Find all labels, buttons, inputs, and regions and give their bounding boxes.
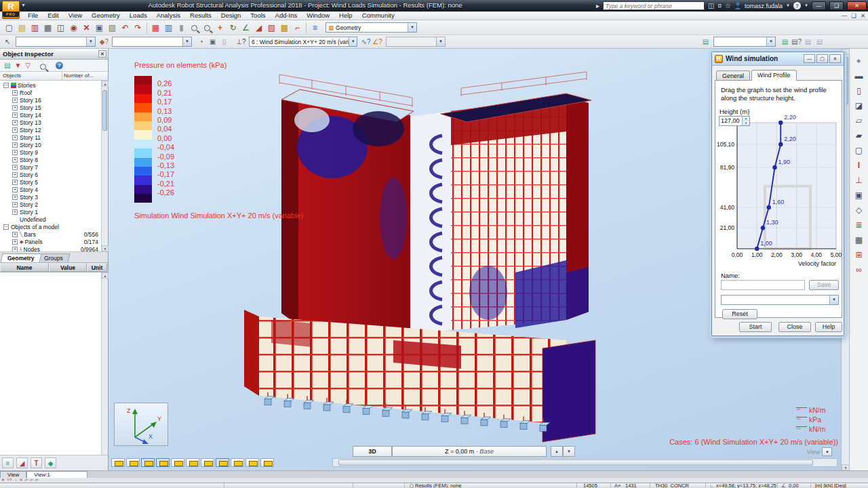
select-pointer-icon[interactable]: ↖ <box>2 37 14 47</box>
help-icon[interactable]: ? <box>793 2 801 9</box>
pan-icon[interactable]: + <box>214 22 226 34</box>
menu-analysis[interactable]: Analysis <box>152 12 185 20</box>
grid-scrollbar[interactable]: ▲ <box>101 272 108 455</box>
menu-edit[interactable]: Edit <box>43 12 63 20</box>
building-help-icon[interactable]: ▤? <box>791 37 802 47</box>
expand-icon[interactable]: + <box>12 247 18 252</box>
tree-item-bars[interactable]: +╲Bars0/556 <box>0 230 101 238</box>
grid-points-icon[interactable]: ⁘ <box>14 478 17 483</box>
tree-item-story-15[interactable]: +Story 15 <box>0 104 101 111</box>
tree-item-story-7[interactable]: +Story 7 <box>0 163 101 171</box>
menu-loads[interactable]: Loads <box>125 12 152 20</box>
height-spinner[interactable]: 127,00 ▲▼ <box>719 116 750 126</box>
combo-dropdown-icon[interactable]: ▼ <box>86 37 95 46</box>
dialog-minimize-icon[interactable]: — <box>804 54 815 63</box>
profile-point[interactable] <box>767 205 771 209</box>
tab-general[interactable]: General <box>716 70 750 81</box>
wind-simulation-dialog[interactable]: R Wind simulation — ▢ ✕ General Wind Pro… <box>711 52 844 336</box>
wind-profile-chart[interactable]: 1,001,301,601,902,202,2021,0041,6081,901… <box>717 112 843 269</box>
calculator-icon[interactable]: ▦ <box>149 22 162 34</box>
profile-point[interactable] <box>778 121 783 125</box>
new-project-icon[interactable]: ▢ <box>3 22 16 34</box>
profile-point[interactable] <box>755 247 759 251</box>
tree-item-story-4[interactable]: +Story 4 <box>0 186 101 193</box>
snap-parallel-icon[interactable] <box>245 458 259 467</box>
level-down-icon[interactable]: ▼ <box>563 446 575 457</box>
render-colors-icon[interactable]: ▩ <box>278 22 291 34</box>
wind-profile-chart-container[interactable]: 1,001,301,601,902,202,2021,0041,6081,901… <box>717 112 843 270</box>
tree-scrollbar[interactable]: ▲ ▼ <box>101 81 108 251</box>
menu-file[interactable]: File <box>23 12 43 20</box>
snap-intersection-icon[interactable] <box>171 458 184 467</box>
print-preview-icon[interactable]: ◫ <box>54 22 67 34</box>
menu-addins[interactable]: Add-Ins <box>271 12 302 20</box>
expand-icon[interactable]: + <box>12 239 18 245</box>
print-icon[interactable]: ▦ <box>41 22 54 34</box>
menu-tools[interactable]: Tools <box>245 12 270 20</box>
redo-icon[interactable]: ↷ <box>132 22 144 34</box>
rotate-3d-icon[interactable]: ↻ <box>226 22 239 34</box>
wind-profile-icon[interactable]: ∿? <box>360 37 372 47</box>
unit-column-header[interactable]: Unit <box>87 263 107 272</box>
reset-button[interactable]: Reset <box>722 309 757 319</box>
case-help-icon[interactable]: ⊥? <box>235 37 247 47</box>
tree-item-story-14[interactable]: +Story 14 <box>0 111 101 119</box>
profile-point[interactable] <box>761 226 765 230</box>
combo-dropdown-icon[interactable]: ▼ <box>766 37 775 46</box>
division-icon[interactable]: ⊞ <box>852 247 867 262</box>
units-display[interactable]: [m] [kN] [Deg] <box>815 483 846 488</box>
snap-extension-icon[interactable] <box>231 458 244 467</box>
expand-icon[interactable]: + <box>12 195 18 200</box>
save-icon[interactable]: ▥ <box>28 22 41 34</box>
open-project-icon[interactable]: ▤ <box>16 22 28 34</box>
offset-icon[interactable]: ▣ <box>852 188 867 202</box>
mesh-icon[interactable]: ▦ <box>852 232 867 247</box>
edit-selection-icon[interactable]: ◆? <box>98 37 110 47</box>
flag-display-icon[interactable]: ◢ <box>16 458 28 468</box>
structure-tree-icon[interactable]: ≡ <box>2 458 14 468</box>
height-value[interactable]: 127,00 <box>719 117 742 125</box>
menu-design[interactable]: Design <box>216 12 246 20</box>
expand-icon[interactable]: + <box>12 232 18 237</box>
layers-icon[interactable]: ◆ <box>45 458 56 468</box>
menu-view[interactable]: View <box>64 12 87 20</box>
axis-definition-icon[interactable]: ⌖ <box>852 54 867 68</box>
delete-icon[interactable]: ✕ <box>80 22 93 34</box>
restore-button[interactable]: ❏ <box>829 1 844 10</box>
name-column-header[interactable]: Name <box>0 263 49 272</box>
building-display-icon[interactable]: ▤ <box>779 37 791 47</box>
search-input[interactable] <box>603 1 705 10</box>
tree-item-roof[interactable]: +Roof <box>0 89 101 96</box>
scrollbar-thumb[interactable] <box>102 90 107 131</box>
level-up-icon[interactable]: ▲ <box>551 446 563 457</box>
tree-item-story-16[interactable]: +Story 16 <box>0 96 101 104</box>
tab-wind-profile[interactable]: Wind Profile <box>751 70 797 81</box>
tab-groups[interactable]: Groups <box>37 253 70 262</box>
layout-manager-icon[interactable]: ≡ <box>309 22 321 34</box>
dialog-maximize-icon[interactable]: ▢ <box>816 54 828 63</box>
building-combo[interactable]: ▼ <box>713 37 776 47</box>
dialog-title-bar[interactable]: R Wind simulation — ▢ ✕ <box>712 52 844 66</box>
scrollbar-thumb[interactable] <box>338 460 813 466</box>
snap-end-icon[interactable] <box>141 458 155 467</box>
expand-icon[interactable]: + <box>12 172 18 178</box>
help-menu-caret-icon[interactable]: ▼ <box>804 1 808 10</box>
filter-edit-icon[interactable]: ▼ <box>14 62 21 69</box>
snap-perpendicular-icon[interactable] <box>186 458 199 467</box>
menu-community[interactable]: Community <box>357 12 399 20</box>
expand-icon[interactable]: + <box>12 150 18 155</box>
tree-item-story-2[interactable]: +Story 2 <box>0 201 101 208</box>
support-icon[interactable]: ⊥ <box>852 173 867 187</box>
load-case-combo[interactable]: 6 : Wind Simulation X+Y+ 20 m/s (variabl… <box>249 37 357 47</box>
expand-icon[interactable]: + <box>12 142 18 148</box>
hatch-display-icon[interactable]: ▧ <box>265 22 278 34</box>
spinner-down-icon[interactable]: ▼ <box>743 121 749 126</box>
snap-grid-icon[interactable] <box>156 458 170 467</box>
menu-help[interactable]: Help <box>334 12 357 20</box>
bar-selection-combo[interactable]: ▼ <box>112 37 192 47</box>
panel-close-icon[interactable]: ✕ <box>98 50 106 58</box>
snap-tangent-icon[interactable] <box>260 458 274 467</box>
value-column-header[interactable]: Value <box>49 263 87 272</box>
dialog-close-icon[interactable]: ✕ <box>829 54 841 63</box>
ramp-icon[interactable]: ∠? <box>372 37 383 47</box>
